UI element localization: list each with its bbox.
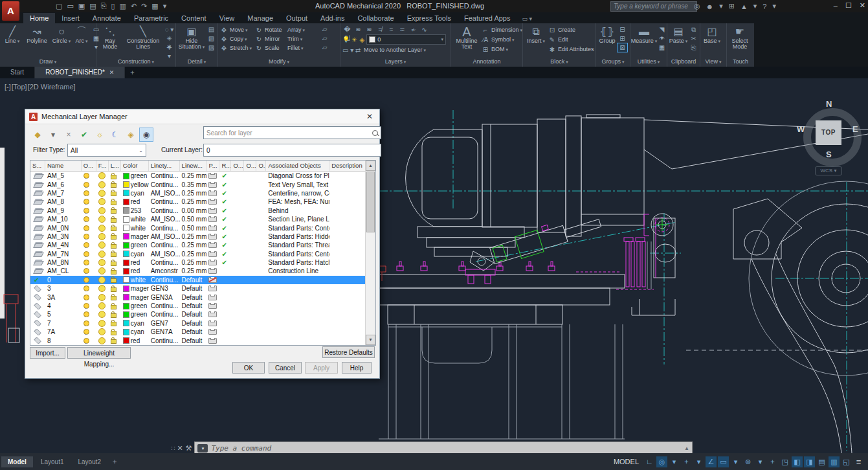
file-tab-start[interactable]: Start <box>0 67 35 78</box>
circle-tool[interactable]: ○ Circle <box>51 25 72 44</box>
ribbon-tab[interactable]: Content <box>175 13 213 23</box>
layer-freeze-icon[interactable] <box>98 259 106 266</box>
restore-defaults-button[interactable]: Restore Defaults <box>322 346 375 358</box>
linetype[interactable]: Continu... <box>149 181 180 188</box>
qa-customize-caret-icon[interactable]: ▾ <box>163 2 167 10</box>
lineweight[interactable]: 0.25 mm <box>180 198 207 205</box>
lineweight[interactable]: 0.25 mm <box>180 233 207 240</box>
grid-icon[interactable]: ∟ <box>644 456 655 467</box>
current-layer-field[interactable]: 0 <box>203 144 381 157</box>
lineweight[interactable]: 0.25 mm <box>180 190 207 197</box>
plot-icon[interactable] <box>208 311 217 317</box>
hardware-accel-icon[interactable]: ▥ <box>829 456 840 467</box>
print-icon[interactable]: ▥ <box>120 2 126 10</box>
base-view-tool[interactable]: ◰ Base <box>702 25 722 44</box>
ribbon-tab[interactable]: Annotate <box>86 13 128 23</box>
layer-tool-icon[interactable]: ≈ <box>386 25 396 34</box>
layer-on-icon[interactable] <box>83 329 89 335</box>
ribbon-display-toggle-icon[interactable]: ▭ ▾ <box>517 14 537 23</box>
color-swatch[interactable] <box>123 225 129 231</box>
layer-visibility-icon[interactable]: ☼ <box>93 128 107 142</box>
layer-tool-icon[interactable]: ≊ <box>364 25 374 34</box>
panel-label-view[interactable]: View <box>700 58 726 67</box>
view-cube[interactable]: N W E S TOP <box>798 100 859 162</box>
table-row[interactable]: 0 white Continu... Default <box>30 276 365 284</box>
command-history-icon[interactable]: ▲ <box>684 445 689 451</box>
layer-unlock-icon[interactable]: ◈ <box>359 36 365 44</box>
layer-on-icon[interactable] <box>83 303 89 309</box>
table-row[interactable]: 8 red Continu... Default <box>30 336 365 344</box>
linetype[interactable]: Continu... <box>149 207 180 214</box>
linetype[interactable]: Amconstr <box>149 267 180 274</box>
layer-lock-icon[interactable] <box>111 270 117 274</box>
move-to-layer-tool[interactable]: ▭ ▾ ⇄ Move to Another Layer <box>342 45 426 54</box>
new-layer-caret-icon[interactable]: ▾ <box>46 128 60 142</box>
polyline-tool[interactable]: ↝ Polyline <box>24 25 50 44</box>
linetype[interactable]: Continu... <box>149 276 180 284</box>
delete-layer-icon[interactable]: × <box>61 128 76 142</box>
table-row[interactable]: AM_10 white AM_ISO... 0.50 mm Section Li… <box>30 215 365 223</box>
lineweight[interactable]: Default <box>180 311 207 318</box>
close-tab-icon[interactable]: ✕ <box>109 69 115 76</box>
plot-icon[interactable] <box>208 173 217 179</box>
hide-situation-tool[interactable]: ▣ Hide Situation <box>178 25 205 50</box>
panel-label-detail[interactable]: Detail <box>176 58 217 67</box>
ribbon-tab[interactable]: Collaborate <box>351 13 400 23</box>
table-row[interactable]: 7 cyan GEN7 Default <box>30 319 365 328</box>
layer-on-icon[interactable] <box>83 242 89 248</box>
signin-caret-icon[interactable]: ▾ <box>719 2 723 10</box>
detail-c-icon[interactable]: ▨ <box>206 43 216 52</box>
layer-freeze-icon[interactable]: ☀ <box>351 36 357 44</box>
autodesk-icon[interactable]: ▲ <box>740 3 748 10</box>
set-current-icon[interactable]: ✔ <box>77 128 91 142</box>
color-swatch[interactable] <box>123 260 129 266</box>
layer-lock-icon[interactable] <box>111 227 117 231</box>
color-swatch[interactable] <box>123 337 129 344</box>
table-row[interactable]: AM_3N magen AM_ISO... 0.25 mm Standard P… <box>30 232 365 241</box>
apply-button[interactable]: Apply <box>305 362 338 374</box>
plot-icon[interactable] <box>208 285 217 291</box>
redo-icon[interactable]: ↷ <box>141 2 147 10</box>
linetype[interactable]: GEN7 <box>149 320 180 327</box>
layer-freeze-icon[interactable] <box>98 276 106 284</box>
edit-block-tool[interactable]: ✎Edit <box>548 35 594 44</box>
layout-tab[interactable]: Layout2 <box>71 456 107 467</box>
plot-icon[interactable] <box>208 225 217 231</box>
layer-lock-icon[interactable] <box>111 244 117 249</box>
ray-mode-tool[interactable]: ⋱ Ray Mode <box>98 25 122 50</box>
match-properties-icon[interactable]: ▦ <box>151 2 158 10</box>
color-swatch[interactable] <box>123 268 129 274</box>
plot-icon[interactable]: ⎘ <box>101 2 107 10</box>
table-scrollbar[interactable]: ▲ ▼ <box>365 161 375 345</box>
cancel-button[interactable]: Cancel <box>269 362 302 374</box>
help-icon[interactable]: ? <box>762 3 766 10</box>
layer-lock-icon[interactable] <box>111 296 117 300</box>
layer-freeze-icon[interactable] <box>98 294 106 301</box>
layer-on-icon[interactable] <box>83 208 89 214</box>
layer-freeze-icon[interactable] <box>98 285 106 292</box>
wcs-dropdown[interactable]: WCS ▾ <box>815 166 842 175</box>
modify-tool[interactable]: ↻Rotate <box>255 25 286 34</box>
table-row[interactable]: AM_0N white Continu... 0.50 mm Standard … <box>30 223 365 232</box>
table-row[interactable]: AM_5 green Continu... 0.25 mm Diagonal C… <box>30 172 365 180</box>
snap-caret-icon[interactable]: ▾ <box>669 456 680 467</box>
layer-tool-icon[interactable]: ∿ <box>419 25 429 34</box>
lineweight-mapping-button[interactable]: Lineweight Mapping... <box>67 347 131 359</box>
layer-freeze-icon[interactable]: ☾ <box>108 128 122 142</box>
color-swatch[interactable] <box>123 190 129 196</box>
plot-icon[interactable] <box>208 320 217 326</box>
layer-freeze-icon[interactable] <box>98 172 106 179</box>
gear-caret-icon[interactable]: ▾ <box>755 456 766 467</box>
lineweight[interactable]: Default <box>180 320 207 327</box>
plot-icon[interactable] <box>208 329 217 335</box>
panel-label-modify[interactable]: Modify <box>218 58 340 67</box>
layer-tool-icon[interactable]: ≋ <box>353 25 363 34</box>
table-row[interactable]: AM_6 yellow Continu... 0.35 mm Text Very… <box>30 180 365 188</box>
viewcube-west[interactable]: W <box>797 124 805 134</box>
layer-freeze-icon[interactable] <box>98 190 106 197</box>
layer-table-header[interactable]: S...NameO...F...L...ColorLinety...Linew.… <box>30 161 365 172</box>
match-prop-icon[interactable]: ⎘ <box>689 43 698 52</box>
layer-lock-icon[interactable] <box>111 201 117 205</box>
panel-label-groups[interactable]: Groups <box>596 58 630 67</box>
table-row[interactable]: 3A magen GEN3A Default <box>30 293 365 301</box>
